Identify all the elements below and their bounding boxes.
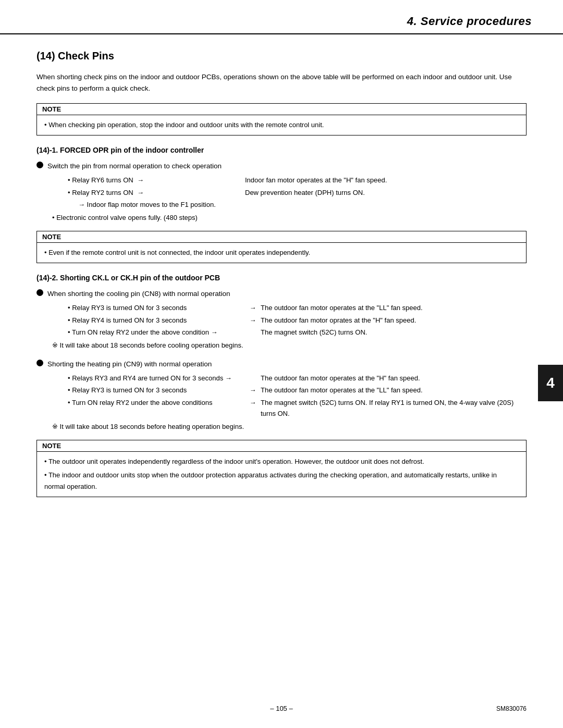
- cooling-sub-1-right: The outdoor fan motor operates at the "L…: [261, 303, 527, 314]
- note-box-2: NOTE • Even if the remote control unit i…: [36, 231, 527, 263]
- doc-number: SM830076: [496, 705, 527, 712]
- heating-sub-1-left: • Relays RY3 and RY4 are turned ON for 3…: [68, 373, 245, 384]
- main-content: (14) Check Pins When shorting check pins…: [0, 34, 563, 539]
- cooling-sub-3-left: • Turn ON relay RY2 under the above cond…: [68, 327, 245, 338]
- bullet-circle-heating: [36, 360, 43, 366]
- heating-sub-1-right: The outdoor fan motor operates at the "H…: [261, 373, 527, 384]
- tab-number: 4: [538, 365, 563, 401]
- subsection1-heading: (14)-1. FORCED OPR pin of the indoor con…: [36, 146, 527, 154]
- bullet-section-1: Switch the pin from normal operation to …: [36, 161, 527, 224]
- note-label-2: NOTE: [37, 231, 526, 243]
- bullet-text-1: Switch the pin from normal operation to …: [47, 161, 222, 172]
- cooling-sub-2: • Relay RY4 is turned ON for 3 seconds →…: [68, 315, 527, 326]
- cooling-sub-2-left: • Relay RY4 is turned ON for 3 seconds: [68, 315, 245, 326]
- sub-bullet-1-1-left: • Relay RY6 turns ON →: [68, 175, 245, 186]
- note-label-1: NOTE: [37, 104, 526, 115]
- cooling-special-note: ※ It will take about 18 seconds before c…: [52, 340, 527, 351]
- heating-sub-3-left: • Turn ON relay RY2 under the above cond…: [68, 398, 245, 409]
- bullet-circle-1: [36, 162, 43, 168]
- bullet-section-cooling: When shorting the cooling pin (CN8) with…: [36, 288, 527, 351]
- heating-sub-1: • Relays RY3 and RY4 are turned ON for 3…: [68, 373, 527, 384]
- sub-bullet-list-heating: • Relays RY3 and RY4 are turned ON for 3…: [52, 373, 527, 419]
- bullet-circle-row-cooling: When shorting the cooling pin (CN8) with…: [36, 288, 527, 300]
- sub-bullet-list-cooling: • Relay RY3 is turned ON for 3 seconds →…: [52, 303, 527, 338]
- header: 4. Service procedures: [0, 0, 563, 34]
- heating-sub-2-left: • Relay RY3 is turned ON for 3 seconds: [68, 385, 245, 396]
- bullet-circle-row-1: Switch the pin from normal operation to …: [36, 161, 527, 172]
- page-footer: – 105 – SM830076: [0, 705, 563, 712]
- sub-bullet-1-2: • Relay RY2 turns ON → Dew prevention he…: [68, 188, 527, 199]
- note-text-1: • When checking pin operation, stop the …: [37, 115, 526, 135]
- electronic-note: • Electronic control valve opens fully. …: [52, 213, 527, 224]
- heating-sub-2-arrow: →: [245, 385, 261, 396]
- cooling-sub-2-arrow: →: [245, 315, 261, 326]
- note-box-3: NOTE • The outdoor unit operates indepen…: [36, 440, 527, 497]
- heating-sub-3-right: The magnet switch (52C) turns ON. If rel…: [261, 398, 527, 419]
- heating-special-note: ※ It will take about 18 seconds before h…: [52, 422, 527, 433]
- bullet-text-cooling: When shorting the cooling pin (CN8) with…: [47, 288, 230, 300]
- sub-bullet-1-1: • Relay RY6 turns ON → Indoor fan motor …: [68, 175, 527, 186]
- sub-bullet-1-2-right: Dew prevention heater (DPH) turns ON.: [245, 188, 527, 199]
- bullet-circle-row-heating: Shorting the heating pin (CN9) with norm…: [36, 359, 527, 370]
- heating-sub-2-right: The outdoor fan motor operates at the "L…: [261, 385, 527, 396]
- note-label-3: NOTE: [37, 440, 526, 452]
- section-heading: (14) Check Pins: [36, 50, 527, 62]
- cooling-sub-1-left: • Relay RY3 is turned ON for 3 seconds: [68, 303, 245, 314]
- heating-sub-3: • Turn ON relay RY2 under the above cond…: [68, 398, 527, 419]
- cooling-sub-2-right: The outdoor fan motor oprates at the "H"…: [261, 315, 527, 326]
- page-number: – 105 –: [270, 705, 292, 712]
- note-box-1: NOTE • When checking pin operation, stop…: [36, 103, 527, 135]
- cooling-sub-1: • Relay RY3 is turned ON for 3 seconds →…: [68, 303, 527, 314]
- arrow-indent-1: → Indoor flap motor moves to the F1 posi…: [68, 200, 527, 211]
- note3-line-1: • The outdoor unit operates independentl…: [44, 456, 519, 467]
- intro-text: When shorting check pins on the indoor a…: [36, 71, 527, 94]
- heating-sub-3-arrow: →: [245, 398, 261, 409]
- sub-bullet-1-2-left: • Relay RY2 turns ON →: [68, 188, 245, 199]
- page: 4. Service procedures (14) Check Pins Wh…: [0, 0, 563, 728]
- cooling-sub-3: • Turn ON relay RY2 under the above cond…: [68, 327, 527, 338]
- note-body-3: • The outdoor unit operates independentl…: [37, 452, 526, 497]
- page-title: 4. Service procedures: [407, 15, 532, 28]
- subsection2-heading: (14)-2. Shorting CK.L or CK.H pin of the…: [36, 274, 527, 282]
- heating-sub-2: • Relay RY3 is turned ON for 3 seconds →…: [68, 385, 527, 396]
- bullet-text-heating: Shorting the heating pin (CN9) with norm…: [47, 359, 212, 370]
- note-text-2: • Even if the remote control unit is not…: [37, 243, 526, 263]
- sub-bullet-list-1: • Relay RY6 turns ON → Indoor fan motor …: [52, 175, 527, 211]
- bullet-circle-cooling: [36, 289, 43, 296]
- cooling-sub-1-arrow: →: [245, 303, 261, 314]
- note3-line-2: • The indoor and outdoor units stop when…: [44, 470, 519, 492]
- sub-bullet-1-1-right: Indoor fan motor operates at the "H" fan…: [245, 175, 527, 186]
- cooling-sub-3-right: The magnet switch (52C) turns ON.: [261, 327, 527, 338]
- bullet-section-heating: Shorting the heating pin (CN9) with norm…: [36, 359, 527, 433]
